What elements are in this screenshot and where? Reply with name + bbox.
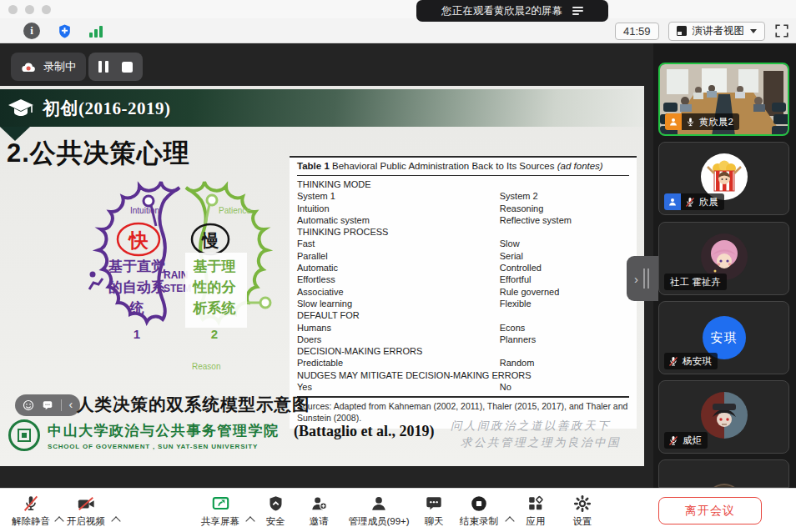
- table-row: HumansEcons: [297, 322, 629, 334]
- participants-icon: [370, 494, 388, 513]
- table-row: EffortlessEffortful: [297, 274, 629, 285]
- pause-recording-button[interactable]: [98, 61, 108, 73]
- invite-button[interactable]: 邀请: [300, 494, 337, 528]
- mic-muted-icon: [668, 356, 678, 367]
- user-badge-icon: [664, 193, 681, 210]
- chat-bubble-icon[interactable]: [42, 399, 53, 411]
- system2-number: 2: [211, 327, 218, 341]
- apps-grid-icon: [526, 494, 545, 513]
- table-row: FastSlow: [297, 238, 629, 249]
- table-label: Table 1: [297, 161, 330, 171]
- reason-label: Reason: [192, 362, 220, 371]
- cloud-recording-icon: [21, 61, 37, 73]
- meeting-info-icon[interactable]: i: [23, 23, 40, 39]
- chat-icon: [425, 494, 443, 513]
- university-logo: [8, 419, 40, 451]
- participant-name-tag: 黄欣晨2: [665, 113, 739, 130]
- calligraphy-watermark: 问人间政治之道以善政天下 求公共管理之理为良治中国: [451, 418, 641, 451]
- stem-text-1: RAIN: [164, 269, 188, 281]
- participant-name-tag: 威炬: [664, 432, 708, 449]
- participant-tile[interactable]: 威炬: [658, 380, 789, 454]
- collapse-reactions-icon[interactable]: ‹: [68, 399, 73, 410]
- maximize-window-icon[interactable]: [42, 5, 51, 14]
- view-mode-button[interactable]: 演讲者视图: [668, 22, 766, 41]
- fullscreen-icon[interactable]: [774, 23, 789, 38]
- table-row: Automatic systemReflective system: [297, 214, 629, 226]
- participant-tile[interactable]: [658, 459, 789, 488]
- reactions-overlay: ‹: [15, 394, 80, 416]
- emoji-reaction-icon[interactable]: [23, 399, 34, 411]
- drag-grip-icon: [643, 269, 649, 289]
- gear-icon: [573, 494, 592, 513]
- chevron-up-icon[interactable]: [505, 516, 514, 525]
- apps-button[interactable]: 应用: [517, 494, 554, 528]
- slide-stage-label: 初创(2016-2019): [43, 97, 170, 120]
- chevron-up-icon[interactable]: [111, 516, 120, 525]
- table-row: YesNo: [297, 381, 629, 393]
- manage-participants-button[interactable]: 管理成员(99+): [340, 494, 417, 528]
- window-controls[interactable]: [8, 5, 51, 14]
- svg-text:基于直觉: 基于直觉: [108, 258, 166, 274]
- security-shield-icon[interactable]: [57, 23, 73, 40]
- meeting-main-area: 录制中 初创(2016-2019) 2.公共决策心理: [0, 43, 796, 488]
- stop-record-icon: [470, 494, 488, 513]
- avatar: [701, 474, 748, 488]
- school-name-en: SCHOOL OF GOVERNMENT , SUN YAT-SEN UNIVE…: [48, 443, 280, 450]
- table-row: AutomaticControlled: [297, 262, 629, 274]
- mic-on-icon: [686, 117, 695, 128]
- chevron-up-icon[interactable]: [245, 516, 254, 525]
- mic-muted-icon: [22, 494, 40, 513]
- dual-system-brain-diagram: Intuition Patience Reason 快 慢 RAIN STEM …: [78, 171, 287, 381]
- svg-text:基于理: 基于理: [193, 258, 236, 274]
- share-screen-icon: [211, 494, 230, 513]
- svg-text:析系统: 析系统: [193, 300, 236, 316]
- behavioral-table: Table 1 Behavioral Public Administration…: [290, 156, 637, 429]
- security-button[interactable]: 安全: [257, 494, 294, 528]
- meeting-menubar: i 41:59 演讲者视图: [0, 18, 796, 43]
- close-window-icon[interactable]: [8, 5, 18, 14]
- stop-recording-button[interactable]: 结束录制: [453, 494, 505, 528]
- sidebar-collapse-handle[interactable]: ›: [627, 256, 658, 301]
- slide-section-banner: 初创(2016-2019): [0, 89, 644, 127]
- minimize-window-icon[interactable]: [25, 5, 34, 14]
- slide-citation: (Battaglio et al., 2019): [294, 423, 434, 440]
- participant-tile[interactable]: 社工 霍祉卉: [658, 222, 789, 295]
- table-body: THINKING MODE System 1System 2 Intuition…: [297, 176, 629, 398]
- layout-icon: [677, 26, 687, 36]
- participant-name-tag: 欣晨: [664, 193, 724, 210]
- view-mode-label: 演讲者视图: [693, 24, 745, 38]
- participant-name-tag: 杨安琪: [664, 353, 718, 369]
- mic-muted-icon: [668, 435, 678, 446]
- table-row: IntuitionReasoning: [297, 203, 629, 214]
- mic-muted-icon: [685, 197, 695, 208]
- chat-button[interactable]: 聊天: [417, 494, 451, 528]
- start-video-button[interactable]: 开启视频: [60, 494, 112, 528]
- share-screen-button[interactable]: 共享屏幕: [195, 494, 245, 528]
- invite-person-icon: [310, 494, 329, 513]
- window-titlebar: [0, 0, 796, 18]
- leave-meeting-button[interactable]: 离开会议: [658, 497, 762, 524]
- participant-tile[interactable]: 欣晨: [658, 142, 789, 215]
- stop-recording-button[interactable]: [122, 62, 133, 73]
- recording-status-label: 录制中: [43, 59, 76, 74]
- unmute-button[interactable]: 解除静音: [7, 494, 55, 528]
- table-row: DEFAULT FOR: [297, 309, 629, 321]
- screen-options-menu-icon[interactable]: [572, 7, 583, 15]
- svg-text:的自动系: 的自动系: [108, 279, 165, 295]
- chevron-right-icon: ›: [634, 272, 638, 286]
- participant-tile[interactable]: 黄欣晨2: [658, 63, 789, 136]
- participant-tile[interactable]: 安琪 杨安琪: [658, 301, 789, 374]
- runner-icon: [89, 272, 103, 290]
- table-row: ParallelSerial: [297, 250, 629, 262]
- pill-divider: [61, 399, 62, 411]
- zoom-meeting-window: 您正在观看黄欣晨2的屏幕 i 41:59 演讲者视图: [0, 0, 796, 532]
- table-row: DECISION-MAKING ERRORS: [297, 345, 629, 357]
- chevron-down-icon: [750, 29, 757, 33]
- connection-signal-icon: [89, 25, 103, 38]
- svg-text:统: 统: [129, 300, 144, 316]
- settings-button[interactable]: 设置: [564, 494, 601, 528]
- system1-description: 基于直觉 的自动系 统 1: [108, 258, 166, 341]
- table-row: NUDGES MAY MITIGATE DECISION-MAKING ERRO…: [297, 369, 629, 381]
- security-shield-icon: [267, 494, 285, 513]
- table-row: THINKING PROCESS: [297, 226, 629, 238]
